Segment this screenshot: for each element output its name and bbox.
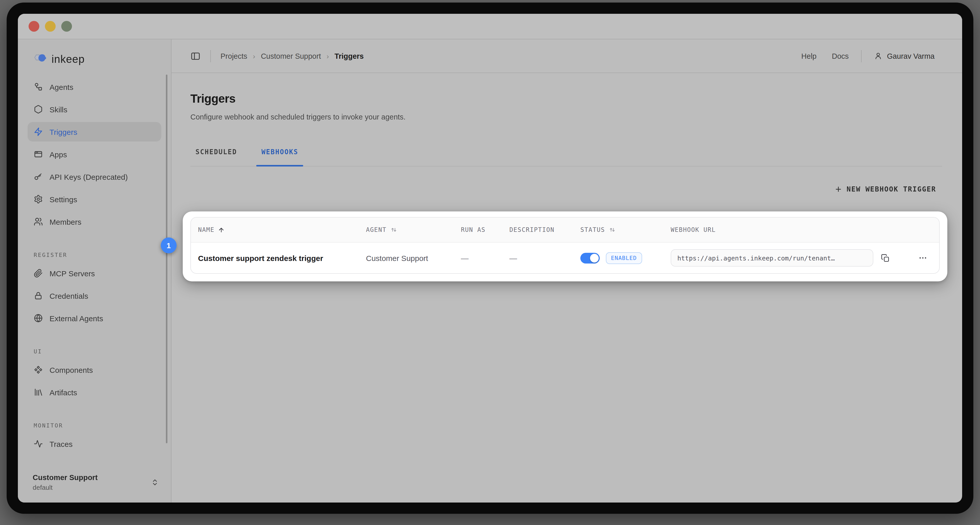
zap-icon <box>34 127 43 136</box>
sidebar-item-label: External Agents <box>49 314 103 322</box>
plus-icon <box>834 185 842 193</box>
app-header: Projects › Customer Support › Triggers H… <box>172 39 962 73</box>
key-icon <box>34 172 43 181</box>
sidebar-item-label: Skills <box>49 105 67 113</box>
sidebar-item-apps[interactable]: Apps <box>27 145 161 164</box>
column-label: WEBHOOK URL <box>671 226 716 233</box>
paperclip-icon <box>34 269 43 278</box>
sidebar-scrollbar[interactable] <box>166 75 167 443</box>
active-tab-underline <box>256 165 304 166</box>
column-label: NAME <box>198 226 215 233</box>
titlebar <box>18 14 962 39</box>
sidebar-item-label: Triggers <box>49 128 77 136</box>
sort-both-icon <box>608 226 616 233</box>
column-header-status[interactable]: STATUS <box>574 226 664 233</box>
sidebar-item-skills[interactable]: Skills <box>27 100 161 119</box>
copy-url-button[interactable] <box>881 254 890 262</box>
trigger-description-cell: — <box>503 254 574 262</box>
trigger-status-cell: ENABLED <box>574 252 664 264</box>
table-row: Customer support zendesk trigger Custome… <box>191 243 939 273</box>
lock-icon <box>34 291 43 300</box>
status-toggle[interactable] <box>580 252 600 263</box>
page-content: Triggers Configure webhook and scheduled… <box>172 73 962 503</box>
minimize-light[interactable] <box>45 21 56 32</box>
new-webhook-trigger-label: NEW WEBHOOK TRIGGER <box>846 185 936 193</box>
sidebar-item-agents[interactable]: Agents <box>27 77 161 97</box>
column-header-agent[interactable]: AGENT <box>360 226 454 233</box>
sidebar-item-label: Apps <box>49 150 67 159</box>
sidebar-item-external-agents[interactable]: External Agents <box>27 308 161 328</box>
section-label-register: REGISTER <box>34 252 171 259</box>
column-label: RUN AS <box>461 226 485 233</box>
workflow-icon <box>34 82 43 91</box>
column-header-name[interactable]: NAME <box>191 226 360 233</box>
breadcrumb-separator: › <box>253 52 255 60</box>
page-subtitle: Configure webhook and scheduled triggers… <box>190 113 962 121</box>
tab-label: WEBHOOKS <box>262 148 298 156</box>
screenshot-stage: inkeep Agents Sk <box>0 0 980 525</box>
chevrons-up-down-icon <box>151 479 159 488</box>
column-header-webhook-url: WEBHOOK URL <box>664 226 939 233</box>
trigger-name-cell: Customer support zendesk trigger <box>191 254 360 262</box>
section-label-monitor: MONITOR <box>34 422 171 429</box>
section-label-ui: UI <box>34 348 171 355</box>
sidebar-item-label: Agents <box>49 83 73 91</box>
hexagon-icon <box>34 105 43 114</box>
sidebar-item-label: Members <box>49 217 81 226</box>
panel-left-icon[interactable] <box>190 51 200 61</box>
sidebar-item-components[interactable]: Components <box>27 360 161 380</box>
header-divider <box>861 50 862 62</box>
help-link[interactable]: Help <box>801 52 817 60</box>
sidebar-item-label: API Keys (Deprecated) <box>49 172 128 181</box>
column-header-description: DESCRIPTION <box>503 226 574 233</box>
breadcrumb-customer-support[interactable]: Customer Support <box>261 52 321 60</box>
sidebar-item-triggers[interactable]: Triggers <box>27 122 161 142</box>
sidebar-item-api-keys[interactable]: API Keys (Deprecated) <box>27 167 161 187</box>
sidebar-item-artifacts[interactable]: Artifacts <box>27 383 161 402</box>
ellipsis-icon <box>918 253 928 263</box>
breadcrumb-triggers: Triggers <box>334 52 364 60</box>
tab-label: SCHEDULED <box>196 148 237 156</box>
zoom-light[interactable] <box>61 21 72 32</box>
sidebar-item-label: Traces <box>49 439 73 448</box>
sort-both-icon <box>390 226 398 233</box>
library-icon <box>34 388 43 397</box>
sidebar-item-mcp-servers[interactable]: MCP Servers <box>27 263 161 283</box>
header-divider <box>210 50 211 62</box>
inkeep-logo-icon <box>32 53 48 66</box>
sidebar-item-label: Credentials <box>49 291 88 300</box>
sidebar-item-traces[interactable]: Traces <box>27 434 161 453</box>
page-title: Triggers <box>190 92 962 106</box>
org-selector[interactable]: Customer Support default <box>18 467 171 503</box>
tab-webhooks[interactable]: WEBHOOKS <box>256 148 304 166</box>
tabs: SCHEDULED WEBHOOKS <box>190 148 942 166</box>
trigger-agent-cell: Customer Support <box>360 254 454 262</box>
copy-icon <box>881 254 890 262</box>
status-badge: ENABLED <box>606 252 642 264</box>
sidebar-item-credentials[interactable]: Credentials <box>27 286 161 305</box>
toggle-knob <box>590 254 599 262</box>
close-light[interactable] <box>29 21 39 32</box>
user-menu[interactable]: Gaurav Varma <box>874 51 935 60</box>
column-label: AGENT <box>366 226 387 233</box>
webhook-url-input[interactable]: https://api.agents.inkeep.com/run/tenant… <box>671 249 873 266</box>
trigger-run-as-cell: — <box>454 254 503 262</box>
tab-scheduled[interactable]: SCHEDULED <box>190 148 242 166</box>
sidebar-item-members[interactable]: Members <box>27 212 161 231</box>
breadcrumb-projects[interactable]: Projects <box>221 52 247 60</box>
tour-spotlight: NAME AGENT RUN AS DESCRIPTION STATUS <box>183 211 947 281</box>
sidebar-nav: Agents Skills Triggers <box>18 77 171 235</box>
docs-link[interactable]: Docs <box>832 52 849 60</box>
column-header-run-as: RUN AS <box>454 226 503 233</box>
sidebar-item-label: Components <box>49 365 93 374</box>
new-webhook-trigger-button[interactable]: NEW WEBHOOK TRIGGER <box>834 185 936 193</box>
header-actions: Help Docs Gaurav Varma <box>786 50 935 62</box>
row-actions-button[interactable] <box>918 253 928 263</box>
tour-step-badge: 1 <box>161 238 177 253</box>
org-name: Customer Support <box>33 474 159 482</box>
breadcrumb-separator: › <box>326 52 329 60</box>
components-icon <box>34 365 43 374</box>
user-icon <box>874 51 883 60</box>
triggers-table: NAME AGENT RUN AS DESCRIPTION STATUS <box>190 217 940 274</box>
sidebar-item-settings[interactable]: Settings <box>27 190 161 209</box>
